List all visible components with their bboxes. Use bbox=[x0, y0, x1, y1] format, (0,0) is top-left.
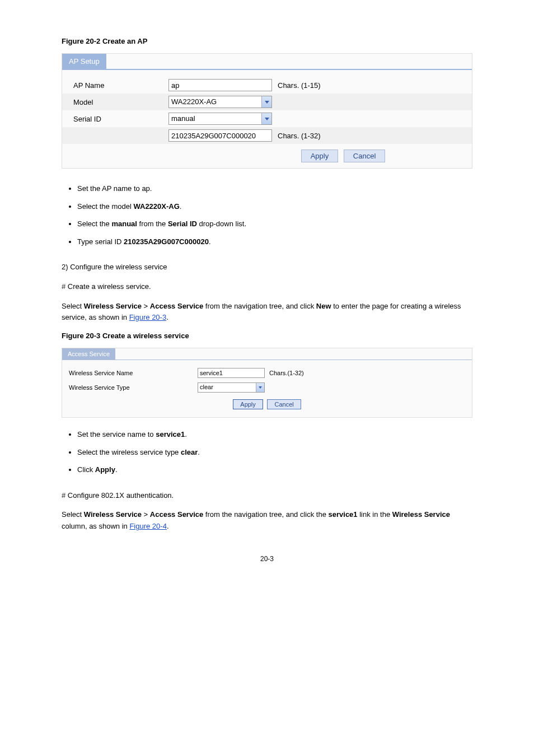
step2-nav: Select Wireless Service > Access Service… bbox=[62, 301, 472, 324]
figure-20-3-link[interactable]: Figure 20-3 bbox=[129, 313, 166, 321]
step3-nav: Select Wireless Service > Access Service… bbox=[62, 509, 472, 533]
ap-setup-tab[interactable]: AP Setup bbox=[62, 54, 106, 69]
step3-number: # Configure 802.1X authentication. bbox=[62, 490, 472, 502]
serial-mode-row: Serial ID manual bbox=[62, 110, 472, 127]
page-number: 20-3 bbox=[62, 555, 472, 563]
serial-id-input[interactable] bbox=[168, 129, 272, 142]
apply-button[interactable]: Apply bbox=[233, 399, 263, 409]
serial-hint: Chars. (1-32) bbox=[278, 132, 321, 140]
list-item: Type serial ID 210235A29G007C000020. bbox=[77, 233, 472, 251]
list-item: Select the wireless service type clear. bbox=[77, 444, 472, 461]
ap-name-row: AP Name Chars. (1-15) bbox=[62, 77, 472, 94]
cancel-button[interactable]: Cancel bbox=[267, 399, 301, 409]
chevron-down-icon bbox=[256, 383, 264, 392]
list-item: Set the AP name to ap. bbox=[77, 180, 472, 198]
list-item: Select the model WA2220X-AG. bbox=[77, 198, 472, 216]
ap-setup-screenshot: AP Setup AP Name Chars. (1-15) Model WA2… bbox=[62, 53, 472, 169]
model-select[interactable]: WA2220X-AG bbox=[168, 96, 272, 108]
figure-20-4-link[interactable]: Figure 20-4 bbox=[129, 522, 166, 530]
figure-2-caption: Figure 20-3 Create a wireless service bbox=[62, 332, 472, 340]
list-item: Set the service name to service1. bbox=[77, 426, 472, 444]
bullet-list-1: Set the AP name to ap. Select the model … bbox=[62, 180, 472, 250]
bullet-list-2: Set the service name to service1. Select… bbox=[62, 426, 472, 479]
serial-value-row: Chars. (1-32) bbox=[62, 127, 472, 144]
ap-name-label: AP Name bbox=[73, 81, 168, 90]
chevron-down-icon bbox=[261, 113, 271, 124]
serial-mode-select[interactable]: manual bbox=[168, 113, 272, 125]
access-service-screenshot: Access Service Wireless Service Name Cha… bbox=[62, 348, 472, 418]
step2-number: # Create a wireless service. bbox=[62, 281, 472, 293]
service-type-row: Wireless Service Type clear bbox=[62, 380, 472, 395]
apply-button[interactable]: Apply bbox=[301, 150, 339, 162]
model-row: Model WA2220X-AG bbox=[62, 94, 472, 110]
service-name-label: Wireless Service Name bbox=[69, 370, 198, 376]
ap-name-hint: Chars. (1-15) bbox=[278, 81, 321, 90]
cancel-button[interactable]: Cancel bbox=[344, 150, 385, 162]
step2-heading: 2) Configure the wireless service bbox=[62, 262, 472, 273]
service-type-select[interactable]: clear bbox=[198, 382, 265, 393]
service-name-row: Wireless Service Name Chars.(1-32) bbox=[62, 366, 472, 380]
serial-label: Serial ID bbox=[73, 115, 168, 123]
access-service-tab[interactable]: Access Service bbox=[62, 348, 115, 360]
service-name-input[interactable] bbox=[198, 368, 265, 378]
ap-name-input[interactable] bbox=[168, 79, 272, 91]
model-label: Model bbox=[73, 98, 168, 106]
service-type-label: Wireless Service Type bbox=[69, 384, 198, 391]
list-item: Select the manual from the Serial ID dro… bbox=[77, 215, 472, 233]
chevron-down-icon bbox=[261, 96, 271, 108]
service-name-hint: Chars.(1-32) bbox=[269, 370, 304, 376]
figure-1-caption: Figure 20-2 Create an AP bbox=[62, 37, 472, 45]
list-item: Click Apply. bbox=[77, 461, 472, 479]
